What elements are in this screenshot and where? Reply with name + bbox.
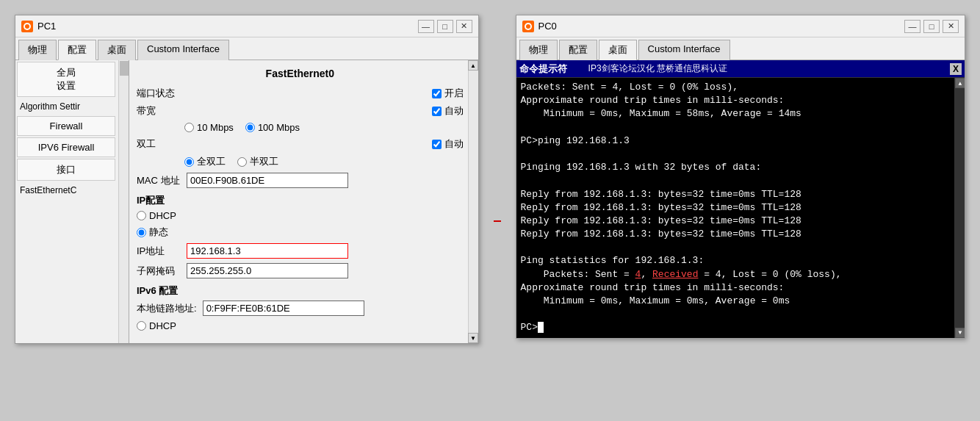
terminal-title: 命令提示符 — [519, 62, 567, 76]
duplex-auto-text: 自动 — [444, 137, 464, 151]
sidebar-item-firewall[interactable]: Firewall — [17, 116, 115, 136]
pc1-tab-custom-interface[interactable]: Custom Interface — [137, 40, 229, 60]
full-duplex-label: 全双工 — [197, 155, 226, 168]
pc1-tab-physics[interactable]: 物理 — [18, 40, 57, 60]
pc0-minimize-btn[interactable]: — — [904, 20, 920, 33]
pc1-window-controls: — □ ✕ — [418, 20, 472, 33]
pc1-maximize-btn[interactable]: □ — [437, 20, 453, 33]
speed-options: 10 Mbps 100 Mbps — [184, 122, 300, 133]
scroll-down-arrow[interactable]: ▼ — [468, 333, 478, 343]
pc0-title-bar: PC0 — □ ✕ — [516, 15, 965, 37]
duplex-auto-checkbox[interactable] — [432, 140, 442, 149]
pc0-tab-config[interactable]: 配置 — [559, 40, 597, 60]
terminal-scrollbar[interactable]: ▲ ▼ — [954, 78, 965, 338]
sidebar-item-ipv6-firewall[interactable]: IPV6 Firewall — [17, 137, 115, 157]
half-duplex-option[interactable]: 半双工 — [237, 155, 278, 168]
duplex-options: 全双工 半双工 — [184, 155, 278, 168]
interface-title: FastEthernet0 — [137, 68, 464, 79]
pc1-tab-desktop[interactable]: 桌面 — [98, 40, 136, 60]
pc0-close-btn[interactable]: ✕ — [943, 20, 959, 33]
pc0-tab-bar: 物理 配置 桌面 Custom Interface — [516, 37, 965, 60]
pc1-close-btn[interactable]: ✕ — [456, 20, 472, 33]
pc1-window: PC1 — □ ✕ 物理 配置 桌面 Custom Interface 全局设置 — [15, 15, 479, 344]
bandwidth-row: 带宽 自动 — [137, 104, 464, 118]
sidebar-item-label: IPV6 Firewall — [24, 142, 109, 153]
pc1-form-content: FastEthernet0 端口状态 开启 带宽 自动 — [129, 60, 478, 343]
dhcp-radio[interactable] — [137, 211, 146, 220]
subnet-input[interactable] — [187, 263, 348, 278]
pc0-tab-desktop[interactable]: 桌面 — [599, 40, 637, 60]
full-duplex-option[interactable]: 全双工 — [184, 155, 226, 168]
bandwidth-auto-text: 自动 — [444, 104, 464, 118]
bandwidth-auto-container: 自动 — [187, 104, 464, 118]
static-row: 静态 — [137, 226, 464, 239]
terminal-text-block: Packets: Sent = 4, Lost = 0 (0% loss), A… — [521, 81, 960, 335]
static-option[interactable]: 静态 — [137, 226, 168, 239]
static-label: 静态 — [149, 226, 168, 239]
sidebar-item-fastethernet[interactable]: FastEthernetC — [15, 182, 117, 198]
dhcp-option[interactable]: DHCP — [137, 210, 176, 221]
terminal-close-btn[interactable]: X — [950, 63, 962, 75]
pc0-maximize-btn[interactable]: □ — [923, 20, 940, 33]
pc0-tab-custom-interface[interactable]: Custom Interface — [638, 40, 730, 60]
pc1-sidebar-scroll: 全局设置 Algorithm Settir Firewall IPV6 Fire… — [15, 60, 129, 343]
pc1-sidebar: 全局设置 Algorithm Settir Firewall IPV6 Fire… — [15, 60, 129, 343]
bandwidth-label: 带宽 — [137, 104, 181, 118]
pc0-title: PC0 — [538, 21, 900, 32]
dhcpv6-row: DHCP — [137, 320, 464, 331]
pc0-window-controls: — □ ✕ — [904, 20, 959, 33]
connector-line — [494, 220, 501, 222]
mac-row: MAC 地址 — [137, 173, 464, 188]
speed-row: 10 Mbps 100 Mbps — [137, 122, 464, 133]
pc0-tab-physics[interactable]: 物理 — [519, 40, 558, 60]
port-status-checkbox[interactable] — [432, 89, 442, 98]
sidebar-scrollbar-thumb — [120, 61, 129, 76]
port-status-label: 端口状态 — [137, 87, 181, 100]
speed-100-radio[interactable] — [245, 123, 255, 132]
dhcpv6-option[interactable]: DHCP — [137, 320, 176, 331]
bandwidth-auto-checkbox[interactable] — [432, 107, 442, 116]
duplex-auto-container: 自动 — [187, 137, 464, 151]
mac-label: MAC 地址 — [137, 174, 181, 187]
pc1-tab-config[interactable]: 配置 — [58, 40, 96, 60]
dhcp-row: DHCP — [137, 210, 464, 221]
sidebar-scrollbar[interactable] — [118, 60, 129, 343]
pc1-minimize-btn[interactable]: — — [418, 20, 434, 33]
terminal-subtitle: IP3剑客论坛汉化 慧桥通信思科认证 — [588, 62, 727, 75]
scroll-up-arrow[interactable]: ▲ — [468, 60, 478, 71]
mac-input[interactable] — [187, 173, 348, 188]
speed-10-radio[interactable] — [184, 123, 194, 132]
subnet-row: 子网掩码 — [137, 263, 464, 278]
half-duplex-radio[interactable] — [237, 157, 247, 167]
sidebar-item-interface[interactable]: 接口 — [17, 159, 115, 181]
main-panel-scrollbar[interactable]: ▲ ▼ — [468, 60, 478, 343]
sidebar-item-label: 接口 — [24, 163, 109, 176]
ip-input[interactable] — [187, 243, 348, 259]
static-radio[interactable] — [137, 228, 146, 237]
dhcpv6-radio[interactable] — [137, 321, 146, 331]
pc1-icon — [21, 21, 33, 32]
ip-label: IP地址 — [137, 245, 181, 258]
full-duplex-radio[interactable] — [184, 157, 194, 167]
ip-row: IP地址 — [137, 243, 464, 259]
link-local-row: 本地链路地址: — [137, 301, 464, 316]
pc0-body: 命令提示符 IP3剑客论坛汉化 慧桥通信思科认证 X Packets: Sent… — [516, 60, 965, 338]
ip-config-header: IP配置 — [137, 194, 464, 207]
terminal-scroll-up[interactable]: ▲ — [955, 78, 965, 88]
ipv6-config-header: IPv6 配置 — [137, 284, 464, 298]
pc0-window: PC0 — □ ✕ 物理 配置 桌面 Custom Interface 命令提示… — [516, 15, 965, 339]
terminal-scroll-track — [955, 88, 965, 328]
link-local-input[interactable] — [203, 301, 364, 316]
terminal-output[interactable]: Packets: Sent = 4, Lost = 0 (0% loss), A… — [516, 78, 965, 338]
pc1-title: PC1 — [37, 21, 414, 32]
speed-10-option[interactable]: 10 Mbps — [184, 122, 234, 133]
speed-100-option[interactable]: 100 Mbps — [245, 122, 300, 133]
port-status-text: 开启 — [444, 87, 464, 100]
sidebar-item-algorithm[interactable]: Algorithm Settir — [15, 98, 117, 115]
half-duplex-label: 半双工 — [250, 155, 278, 168]
subnet-label: 子网掩码 — [137, 265, 181, 278]
duplex-options-row: 全双工 半双工 — [137, 155, 464, 168]
sidebar-items-container: 全局设置 Algorithm Settir Firewall IPV6 Fire… — [15, 62, 129, 198]
sidebar-item-global-settings[interactable]: 全局设置 — [17, 62, 115, 97]
terminal-scroll-down[interactable]: ▼ — [955, 328, 965, 338]
